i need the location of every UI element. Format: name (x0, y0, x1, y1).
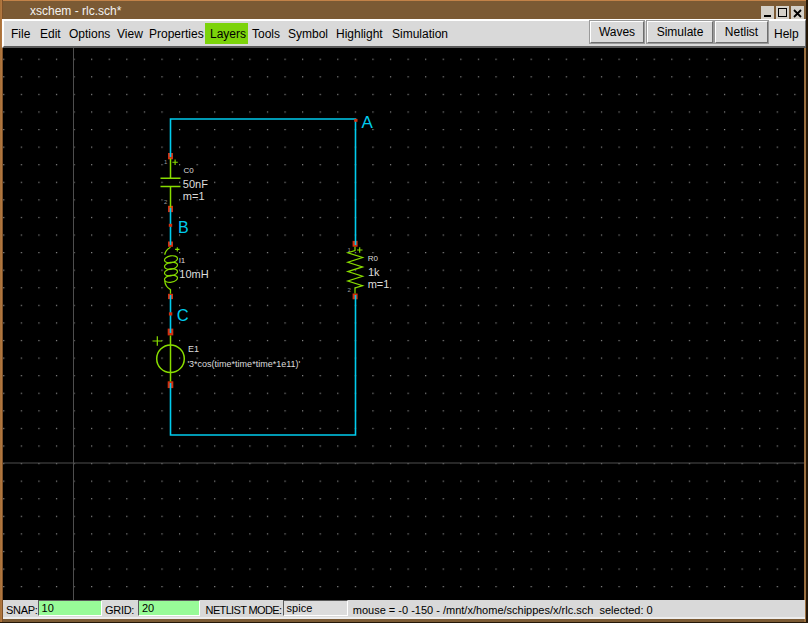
svg-text:C0: C0 (183, 166, 194, 175)
svg-text:'3*cos(time*time*time*1e11)': '3*cos(time*time*time*1e11)' (187, 359, 300, 369)
svg-text:B: B (178, 219, 189, 236)
svg-text:1k: 1k (368, 266, 380, 278)
svg-text:R0: R0 (368, 254, 379, 263)
svg-text:m=1: m=1 (368, 278, 390, 290)
svg-text:50nF: 50nF (183, 178, 208, 190)
svg-text:C: C (177, 306, 189, 324)
svg-text:A: A (362, 113, 374, 132)
svg-text:l1: l1 (179, 256, 186, 265)
svg-text:10mH: 10mH (179, 268, 208, 280)
svg-text:m=1: m=1 (183, 190, 205, 202)
svg-text:E1: E1 (188, 344, 199, 354)
